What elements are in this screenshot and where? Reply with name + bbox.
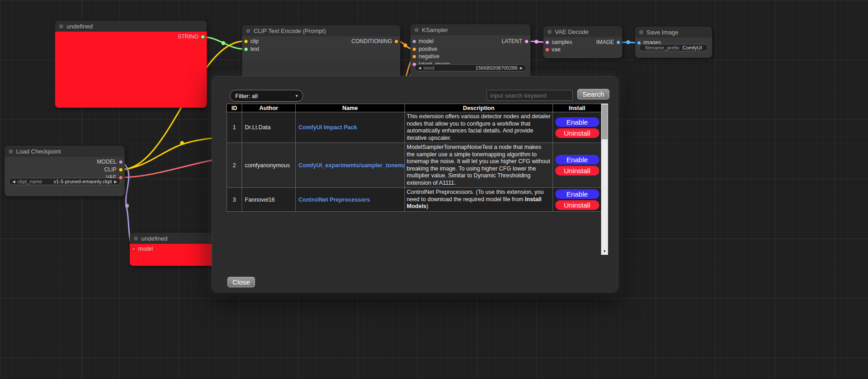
slot-dot[interactable]	[545, 48, 549, 52]
extension-link[interactable]: ComfyUI_experiments/sampler_tonemap	[299, 162, 405, 169]
slot-label: model	[138, 246, 153, 252]
cell-name: ComfyUI Impact Pack	[296, 112, 405, 143]
slot-label: samples	[552, 39, 572, 45]
slot-dot[interactable]	[119, 168, 123, 172]
uninstall-button[interactable]: Uninstall	[555, 166, 599, 176]
column-header-install: Install	[553, 104, 602, 112]
filter-dropdown[interactable]: Filter: all	[230, 90, 303, 102]
node-undefined-top[interactable]: undefinedSTRING	[55, 21, 207, 108]
uninstall-button[interactable]: Uninstall	[555, 128, 599, 138]
slot-dot[interactable]	[119, 160, 123, 164]
node-title-bar[interactable]: KSampler	[410, 24, 531, 35]
widget-ckpt_name[interactable]: ◀ckpt_namev1-5-pruned-emaonly.ckpt▶	[9, 178, 121, 185]
output-slot-conditioning[interactable]: CONDITIONING	[350, 38, 400, 44]
node-title-bar[interactable]: VAE Decode	[543, 26, 622, 37]
slot-dot[interactable]	[132, 247, 136, 251]
node-save-image[interactable]: Save Imageimagesfilename_prefixComfyUI	[635, 27, 712, 58]
node-title-bar[interactable]: Load Checkpoint	[5, 146, 125, 157]
column-header-name: Name	[296, 104, 405, 112]
collapse-dot-icon[interactable]	[547, 30, 552, 34]
scrollbar-thumb[interactable]	[602, 104, 608, 139]
collapse-dot-icon[interactable]	[59, 24, 63, 28]
extension-link[interactable]: ControlNet Preprocessors	[299, 197, 370, 203]
scroll-down-arrow-icon[interactable]: ▼	[601, 248, 608, 255]
input-slot-vae[interactable]: vae	[544, 46, 561, 53]
input-slot-text[interactable]: text	[243, 46, 260, 52]
node-canvas[interactable]: undefinedSTRINGCLIP Text Encode (Prompt)…	[0, 0, 868, 379]
slot-dot[interactable]	[201, 35, 205, 39]
input-slot-model[interactable]: model	[130, 246, 154, 252]
collapse-dot-icon[interactable]	[639, 30, 643, 34]
table-scrollbar[interactable]: ▼	[601, 104, 608, 255]
node-title-label: Load Checkpoint	[16, 148, 61, 155]
cell-id: 1	[227, 112, 242, 143]
output-slot-string[interactable]: STRING	[177, 33, 206, 40]
slot-dot[interactable]	[637, 41, 641, 45]
widget-filename_prefix[interactable]: filename_prefixComfyUI	[639, 44, 708, 51]
cell-author: comfyanonymous	[242, 143, 296, 188]
link-dot	[125, 204, 129, 208]
cell-id: 2	[227, 143, 242, 188]
slot-dot[interactable]	[412, 47, 416, 51]
enable-button[interactable]: Enable	[555, 155, 599, 165]
input-slot-negative[interactable]: negative	[411, 53, 440, 60]
node-vae-decode[interactable]: VAE DecodesamplesvaeIMAGE	[543, 26, 622, 58]
cell-install: EnableUninstall	[553, 112, 602, 143]
link-dot	[221, 41, 225, 45]
cell-description: This extension offers various detector n…	[405, 112, 553, 143]
widget-name: seed	[423, 65, 434, 71]
slot-dot[interactable]	[525, 39, 529, 44]
node-title-bar[interactable]: undefined	[55, 21, 207, 32]
link-dot	[180, 141, 184, 145]
slot-label: clip	[250, 38, 259, 44]
slot-dot[interactable]	[412, 39, 416, 44]
enable-button[interactable]: Enable	[555, 117, 599, 127]
node-title-bar[interactable]: CLIP Text Encode (Prompt)	[242, 25, 400, 36]
close-button[interactable]: Close	[227, 277, 255, 287]
input-slot-clip[interactable]: clip	[243, 38, 260, 44]
extension-row: 1Dr.Lt.DataComfyUI Impact PackThis exten…	[227, 112, 602, 143]
collapse-dot-icon[interactable]	[9, 149, 13, 154]
node-title-bar[interactable]: Save Image	[635, 27, 712, 38]
arrow-right-icon[interactable]: ▶	[520, 66, 523, 70]
input-slot-positive[interactable]: positive	[411, 46, 438, 52]
link-dot	[626, 40, 630, 44]
widget-value: 156680208700286	[475, 65, 518, 71]
cell-name: ControlNet Preprocessors	[296, 188, 405, 212]
output-slot-image[interactable]: IMAGE	[595, 39, 622, 45]
output-slot-clip[interactable]: CLIP	[103, 166, 124, 173]
slot-label: positive	[419, 46, 437, 52]
collapse-dot-icon[interactable]	[415, 28, 419, 32]
widget-seed[interactable]: ◀seed156680208700286▶	[415, 64, 526, 71]
arrow-right-icon[interactable]: ▶	[114, 180, 117, 184]
slot-dot[interactable]	[412, 55, 416, 59]
column-header-author: Author	[242, 104, 296, 112]
extension-table: IDAuthorNameDescriptionInstall 1Dr.Lt.Da…	[227, 104, 602, 212]
extension-link[interactable]: ComfyUI Impact Pack	[299, 124, 357, 131]
arrow-left-icon[interactable]: ◀	[418, 66, 421, 70]
slot-label: negative	[419, 53, 439, 60]
widget-name: filename_prefix	[645, 45, 680, 50]
arrow-left-icon[interactable]: ◀	[12, 180, 15, 184]
search-input[interactable]	[487, 90, 573, 101]
search-button[interactable]: Search	[577, 89, 609, 99]
slot-label: STRING	[178, 33, 199, 40]
slot-dot[interactable]	[244, 47, 248, 51]
widget-name: ckpt_name	[17, 179, 42, 184]
node-load-checkpoint[interactable]: Load CheckpointMODELCLIPVAE◀ckpt_namev1-…	[5, 146, 125, 196]
uninstall-button[interactable]: Uninstall	[555, 200, 599, 210]
input-slot-model[interactable]: model	[411, 38, 435, 44]
collapse-dot-icon[interactable]	[246, 29, 250, 33]
slot-dot[interactable]	[545, 40, 549, 44]
enable-button[interactable]: Enable	[555, 189, 599, 199]
cell-install: EnableUninstall	[553, 143, 602, 188]
output-slot-model[interactable]: MODEL	[96, 159, 124, 165]
input-slot-samples[interactable]: samples	[544, 39, 573, 45]
slot-dot[interactable]	[244, 39, 248, 44]
output-slot-latent[interactable]: LATENT	[501, 38, 530, 44]
slot-dot[interactable]	[394, 39, 398, 44]
column-header-description: Description	[405, 104, 553, 112]
slot-dot[interactable]	[616, 40, 620, 44]
collapse-dot-icon[interactable]	[134, 236, 138, 241]
slot-label: CLIP	[104, 166, 116, 173]
